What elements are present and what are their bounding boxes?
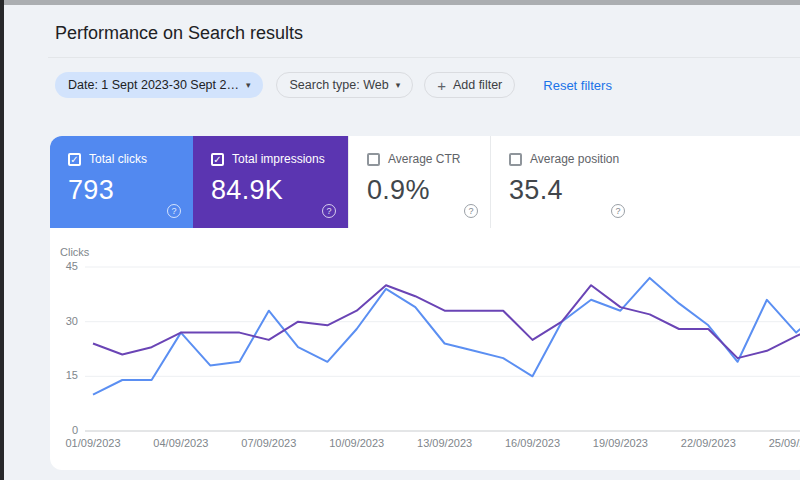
plus-icon: + (437, 78, 446, 93)
help-icon[interactable]: ? (611, 204, 625, 218)
y-axis-labels: 4530150 (50, 254, 78, 444)
metric-value: 35.4 (509, 175, 623, 206)
metric-label: Total impressions (232, 152, 325, 166)
window-top-edge (0, 0, 800, 5)
date-filter-label: Date: 1 Sept 2023-30 Sept 2… (68, 78, 239, 92)
y-tick-label: 45 (50, 260, 78, 272)
filter-bar: Date: 1 Sept 2023-30 Sept 2… ▾ Search ty… (55, 72, 612, 98)
search-type-chip[interactable]: Search type: Web ▾ (276, 72, 413, 98)
x-tick-label: 07/09/2023 (234, 437, 304, 449)
metric-card-header: Average CTR (367, 152, 476, 166)
metric-value: 84.9K (211, 175, 334, 206)
x-axis-labels: 01/09/202304/09/202307/09/202310/09/2023… (50, 437, 800, 453)
series-line-total-clicks (93, 278, 800, 395)
metric-label: Average position (530, 152, 619, 166)
checkbox-checked-icon[interactable]: ✓ (68, 153, 81, 166)
metric-value: 0.9% (367, 175, 476, 206)
add-filter-button[interactable]: + Add filter (424, 72, 515, 98)
metric-card-average-position[interactable]: Average position 35.4 ? (490, 136, 637, 228)
x-tick-label: 19/09/2023 (585, 437, 655, 449)
performance-panel: ✓ Total clicks 793 ? ✓ Total impressions… (50, 136, 800, 470)
line-chart-plot[interactable] (85, 254, 800, 436)
metric-card-average-ctr[interactable]: Average CTR 0.9% ? (348, 136, 490, 228)
metric-card-header: ✓ Total impressions (211, 152, 334, 166)
page-title: Performance on Search results (55, 23, 303, 44)
y-tick-label: 15 (50, 369, 78, 381)
clicks-impressions-chart: Clicks 4530150 01/09/202304/09/202307/09… (50, 254, 800, 470)
metric-card-total-impressions[interactable]: ✓ Total impressions 84.9K ? (193, 136, 348, 228)
help-icon[interactable]: ? (322, 204, 336, 218)
y-tick-label: 0 (50, 424, 78, 436)
add-filter-label: Add filter (453, 78, 502, 92)
metric-card-header: ✓ Total clicks (68, 152, 179, 166)
reset-filters-link[interactable]: Reset filters (543, 78, 612, 93)
x-tick-label: 04/09/2023 (146, 437, 216, 449)
help-icon[interactable]: ? (464, 204, 478, 218)
window-left-edge (0, 0, 4, 480)
metric-cards-row: ✓ Total clicks 793 ? ✓ Total impressions… (50, 136, 800, 228)
checkbox-checked-icon[interactable]: ✓ (211, 153, 224, 166)
metric-cards-filler (637, 136, 800, 228)
metric-card-header: Average position (509, 152, 623, 166)
help-icon[interactable]: ? (167, 204, 181, 218)
x-tick-label: 22/09/2023 (673, 437, 743, 449)
x-tick-label: 01/09/2023 (58, 437, 128, 449)
search-type-label: Search type: Web (289, 78, 388, 92)
metric-label: Average CTR (388, 152, 460, 166)
metric-card-total-clicks[interactable]: ✓ Total clicks 793 ? (50, 136, 193, 228)
x-tick-label: 13/09/2023 (410, 437, 480, 449)
chevron-down-icon: ▾ (396, 81, 401, 90)
date-filter-chip[interactable]: Date: 1 Sept 2023-30 Sept 2… ▾ (55, 72, 263, 98)
search-console-performance-page: Performance on Search results Date: 1 Se… (0, 0, 800, 480)
metric-label: Total clicks (89, 152, 147, 166)
x-tick-label: 16/09/2023 (498, 437, 568, 449)
checkbox-unchecked-icon[interactable] (367, 153, 380, 166)
metric-value: 793 (68, 175, 179, 206)
checkbox-unchecked-icon[interactable] (509, 153, 522, 166)
chevron-down-icon: ▾ (246, 81, 251, 90)
y-tick-label: 30 (50, 315, 78, 327)
x-tick-label: 25/09/2023 (761, 437, 800, 449)
x-tick-label: 10/09/2023 (322, 437, 392, 449)
divider (48, 57, 800, 58)
